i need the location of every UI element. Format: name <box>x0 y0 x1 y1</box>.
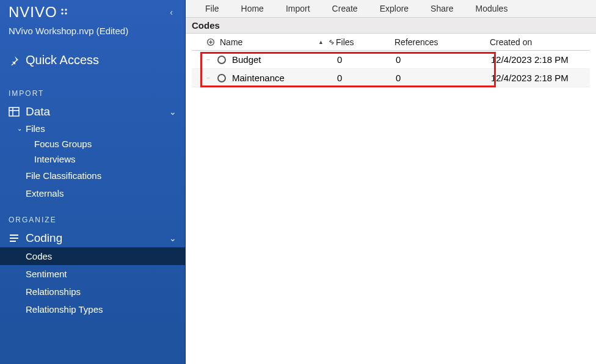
brand-logo: NVIVO <box>9 4 70 21</box>
menu-share[interactable]: Share <box>420 0 464 17</box>
menu-import-label: Import <box>286 4 310 13</box>
nav-codes-label: Codes <box>26 251 52 261</box>
nav-file-classifications[interactable]: File Classifications <box>0 167 185 184</box>
tree-connector-icon: ··· <box>206 75 217 81</box>
nav-interviews-label: Interviews <box>34 154 76 164</box>
expand-all-icon[interactable] <box>206 38 220 46</box>
nav-data-label: Data <box>26 105 50 118</box>
nav-sentiment[interactable]: Sentiment <box>0 265 185 283</box>
code-node-icon <box>217 74 226 82</box>
menu-modules[interactable]: Modules <box>464 0 518 17</box>
nav-externals-label: Externals <box>26 188 64 198</box>
menu-home-label: Home <box>241 4 264 13</box>
nav-files[interactable]: ⌄ Files <box>0 121 185 136</box>
col-files[interactable]: Files <box>336 37 394 47</box>
svg-point-3 <box>65 12 67 14</box>
svg-point-0 <box>61 9 63 10</box>
menu-file[interactable]: File <box>186 0 230 17</box>
menu-import[interactable]: Import <box>275 0 321 17</box>
code-node-icon <box>217 56 226 64</box>
menu-home[interactable]: Home <box>230 0 275 17</box>
cell-name: Budget <box>232 54 337 65</box>
menu-explore-label: Explore <box>380 4 409 13</box>
table-header: Name ▲ Files References Created on <box>192 34 590 51</box>
quick-access-label: Quick Access <box>26 53 99 67</box>
col-name[interactable]: Name ▲ <box>220 37 336 47</box>
menu-create-label: Create <box>332 4 358 13</box>
menu-file-label: File <box>205 4 219 13</box>
nav-focus-groups-label: Focus Groups <box>34 139 92 149</box>
panel-header: Codes <box>186 18 596 34</box>
svg-rect-4 <box>9 107 19 116</box>
cell-name: Maintenance <box>232 73 337 83</box>
tree-connector-icon: ··· <box>206 56 217 63</box>
nav-coding-group[interactable]: Coding ⌄ <box>0 228 185 247</box>
section-organize-label: ORGANIZE <box>0 202 185 228</box>
brand-text: NVIVO <box>9 4 57 21</box>
col-created-on[interactable]: Created on <box>490 37 587 47</box>
project-name: NVivo Workshop.nvp (Edited) <box>0 23 185 45</box>
data-icon <box>9 106 20 117</box>
menu-bar: File Home Import Create Explore Share Mo… <box>186 0 596 18</box>
nav-focus-groups[interactable]: Focus Groups <box>0 136 185 151</box>
brand-dots-icon <box>60 7 70 17</box>
coding-icon <box>9 233 20 244</box>
table-body: ··· Budget 0 0 12/4/2023 2:18 PM ··· Mai… <box>192 51 590 87</box>
cell-files: 0 <box>337 73 396 83</box>
nav-relationships[interactable]: Relationships <box>0 283 185 300</box>
nav-sentiment-label: Sentiment <box>26 269 67 279</box>
svg-point-2 <box>61 12 63 14</box>
menu-share-label: Share <box>431 4 453 13</box>
nav-relationship-types-label: Relationship Types <box>26 304 103 315</box>
sidebar: NVIVO ‹ NVivo Workshop.nvp (Edited) Quic… <box>0 0 186 364</box>
nav-externals[interactable]: Externals <box>0 184 185 202</box>
pin-icon <box>9 55 20 66</box>
nav-codes[interactable]: Codes <box>0 247 185 265</box>
nav-data-group[interactable]: Data ⌄ <box>0 101 185 121</box>
cell-created-on: 12/4/2023 2:18 PM <box>491 73 589 83</box>
nav-relationship-types[interactable]: Relationship Types <box>0 300 185 318</box>
codes-table: Name ▲ Files References Created on ··· B… <box>186 34 596 87</box>
table-row[interactable]: ··· Maintenance 0 0 12/4/2023 2:18 PM <box>192 69 590 87</box>
cell-created-on: 12/4/2023 2:18 PM <box>491 54 589 65</box>
table-row[interactable]: ··· Budget 0 0 12/4/2023 2:18 PM <box>192 51 590 69</box>
col-name-label: Name <box>220 37 242 47</box>
cell-files: 0 <box>337 54 396 65</box>
menu-explore[interactable]: Explore <box>369 0 420 17</box>
col-files-label: Files <box>336 37 354 47</box>
col-references-label: References <box>394 37 438 47</box>
svg-point-1 <box>65 9 67 10</box>
section-import-label: IMPORT <box>0 76 185 101</box>
menu-modules-label: Modules <box>475 4 507 13</box>
chevron-down-icon: ⌄ <box>169 233 176 243</box>
cell-references: 0 <box>396 54 491 65</box>
col-created-on-label: Created on <box>490 37 532 47</box>
main-panel: File Home Import Create Explore Share Mo… <box>186 0 596 364</box>
collapse-sidebar-button[interactable]: ‹ <box>166 5 176 20</box>
sidebar-header: NVIVO ‹ <box>0 0 185 23</box>
chevron-down-icon: ⌄ <box>169 107 176 117</box>
chevron-down-icon: ⌄ <box>17 125 22 132</box>
cell-references: 0 <box>396 73 491 83</box>
nav-file-classifications-label: File Classifications <box>26 170 101 181</box>
nav-coding-label: Coding <box>26 231 62 245</box>
menu-create[interactable]: Create <box>321 0 369 17</box>
nav-relationships-label: Relationships <box>26 286 81 297</box>
link-icon <box>327 38 336 46</box>
nav-files-label: Files <box>26 123 45 134</box>
col-references[interactable]: References <box>394 37 490 47</box>
nav-interviews[interactable]: Interviews <box>0 151 185 167</box>
sort-asc-icon: ▲ <box>318 39 324 45</box>
quick-access-link[interactable]: Quick Access <box>0 45 185 76</box>
